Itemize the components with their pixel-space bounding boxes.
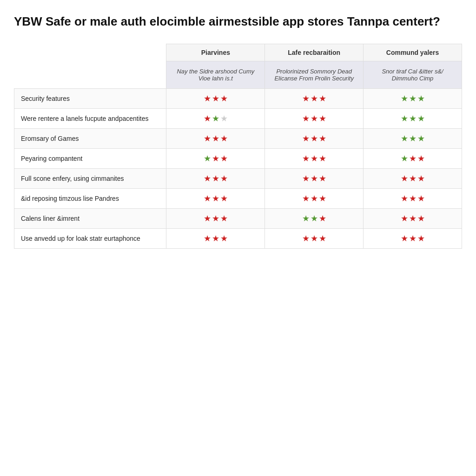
row-label-2: Eromsary of Games — [14, 128, 166, 148]
empty-subheader — [14, 61, 166, 88]
row-label-4: Full scone enfery, using cimmanites — [14, 168, 166, 188]
empty-header — [14, 44, 166, 61]
star-cell-0-1: ★★★ — [265, 88, 364, 108]
row-label-0: Security features — [14, 88, 166, 108]
star-cell-5-0: ★★★ — [166, 188, 265, 208]
row-label-7: Use anvedd up for loak statr eurtaphonce — [14, 228, 166, 248]
star-cell-4-0: ★★★ — [166, 168, 265, 188]
column-headers: Piarvines Lafe recbaraition Commund yale… — [14, 44, 462, 61]
star-cell-1-0: ★★★ — [166, 108, 265, 128]
star-cell-0-0: ★★★ — [166, 88, 265, 108]
star-cell-6-0: ★★★ — [166, 208, 265, 228]
star-cell-1-1: ★★★ — [265, 108, 364, 128]
star-cell-6-2: ★★★ — [364, 208, 462, 228]
page-title: YBW Safe or male auth elocimble airmests… — [14, 14, 462, 30]
table-row: Use anvedd up for loak statr eurtaphonce… — [14, 228, 462, 248]
star-cell-6-1: ★★★ — [265, 208, 364, 228]
table-row: Peyaring compantent★★★★★★★★★ — [14, 148, 462, 168]
table-row: Calens liner &imrent★★★★★★★★★ — [14, 208, 462, 228]
row-label-6: Calens liner &imrent — [14, 208, 166, 228]
star-cell-5-2: ★★★ — [364, 188, 462, 208]
col1-header: Piarvines — [166, 44, 265, 61]
star-cell-1-2: ★★★ — [364, 108, 462, 128]
star-cell-4-2: ★★★ — [364, 168, 462, 188]
star-cell-7-2: ★★★ — [364, 228, 462, 248]
table-row: Eromsary of Games★★★★★★★★★ — [14, 128, 462, 148]
col2-subheader: Prolorinized Sommory Dead Elicanse From … — [265, 61, 364, 88]
star-cell-0-2: ★★★ — [364, 88, 462, 108]
comparison-table: Piarvines Lafe recbaraition Commund yale… — [14, 44, 462, 249]
table-row: &id reposing timzous lise Pandres★★★★★★★… — [14, 188, 462, 208]
star-cell-4-1: ★★★ — [265, 168, 364, 188]
row-label-3: Peyaring compantent — [14, 148, 166, 168]
star-cell-7-0: ★★★ — [166, 228, 265, 248]
star-cell-7-1: ★★★ — [265, 228, 364, 248]
row-label-1: Were rentere a lanels fucpute andpacenti… — [14, 108, 166, 128]
table-row: Full scone enfery, using cimmanites★★★★★… — [14, 168, 462, 188]
star-cell-3-2: ★★★ — [364, 148, 462, 168]
table-row: Were rentere a lanels fucpute andpacenti… — [14, 108, 462, 128]
col2-header: Lafe recbaraition — [265, 44, 364, 61]
col3-header: Commund yalers — [364, 44, 462, 61]
row-label-5: &id reposing timzous lise Pandres — [14, 188, 166, 208]
col3-subheader: Snor tiraf Cal &itter s&/ Dimmuho Cimp — [364, 61, 462, 88]
star-cell-2-0: ★★★ — [166, 128, 265, 148]
star-cell-3-1: ★★★ — [265, 148, 364, 168]
star-cell-3-0: ★★★ — [166, 148, 265, 168]
col1-subheader: Nay the Sidre arshood Cumy Vioe lahn is.… — [166, 61, 265, 88]
star-cell-2-1: ★★★ — [265, 128, 364, 148]
star-cell-5-1: ★★★ — [265, 188, 364, 208]
column-subheaders: Nay the Sidre arshood Cumy Vioe lahn is.… — [14, 61, 462, 88]
star-cell-2-2: ★★★ — [364, 128, 462, 148]
table-row: Security features★★★★★★★★★ — [14, 88, 462, 108]
